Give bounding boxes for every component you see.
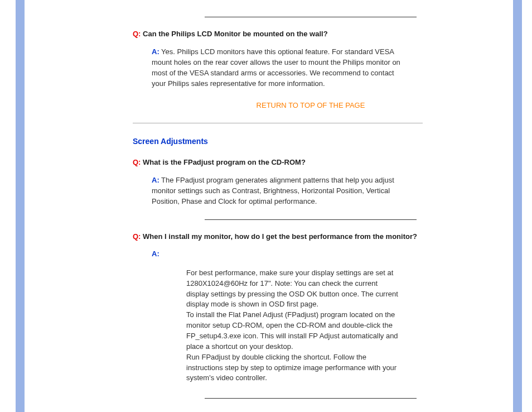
question-line: Q: When I install my monitor, how do I g… [133, 232, 489, 241]
q-prefix: Q: [133, 30, 141, 38]
a-prefix: A: [152, 250, 159, 258]
q-text: When I install my monitor, how do I get … [143, 232, 417, 241]
answer-block: A: Yes. Philips LCD monitors have this o… [133, 47, 400, 89]
answer-block: A: The FPadjust program generates alignm… [133, 175, 400, 207]
divider-thin [205, 219, 417, 220]
right-gap [522, 0, 532, 412]
a-prefix: A: [152, 47, 159, 56]
a-prefix: A: [152, 176, 159, 184]
qa-block-wall-mount: Q: Can the Philips LCD Monitor be mounte… [133, 30, 489, 89]
q-text: What is the FPadjust program on the CD-R… [143, 158, 306, 166]
return-link-wrapper: RETURN TO TOP OF THE PAGE [133, 101, 489, 109]
content-area: Q: Can the Philips LCD Monitor be mounte… [38, 0, 500, 412]
a-para: To install the Flat Panel Adjust (FPadju… [186, 310, 400, 352]
a-text: The FPadjust program generates alignment… [152, 176, 394, 205]
section-divider [133, 123, 423, 123]
qa-block-best-performance: Q: When I install my monitor, how do I g… [133, 232, 489, 384]
left-side-bar [16, 0, 25, 412]
q-prefix: Q: [133, 232, 141, 241]
a-para: For best performance, make sure your dis… [186, 268, 400, 310]
answer-prefix-only: A: [133, 250, 489, 258]
qa-block-fpadjust: Q: What is the FPadjust program on the C… [133, 158, 489, 207]
right-side-bar [513, 0, 522, 412]
top-divider [205, 17, 417, 17]
a-text: Yes. Philips LCD monitors have this opti… [152, 47, 400, 88]
section-title-screen-adjustments: Screen Adjustments [133, 137, 489, 146]
question-line: Q: What is the FPadjust program on the C… [133, 158, 489, 166]
answer-nested: For best performance, make sure your dis… [133, 268, 400, 384]
q-text: Can the Philips LCD Monitor be mounted o… [143, 30, 328, 38]
right-inner-margin [500, 0, 513, 412]
a-para: Run FPadjust by double clicking the shor… [186, 352, 400, 384]
left-inner-margin [25, 0, 38, 412]
return-to-top-link[interactable]: RETURN TO TOP OF THE PAGE [257, 101, 365, 109]
divider-thin [205, 398, 417, 399]
q-prefix: Q: [133, 158, 141, 166]
question-line: Q: Can the Philips LCD Monitor be mounte… [133, 30, 489, 38]
